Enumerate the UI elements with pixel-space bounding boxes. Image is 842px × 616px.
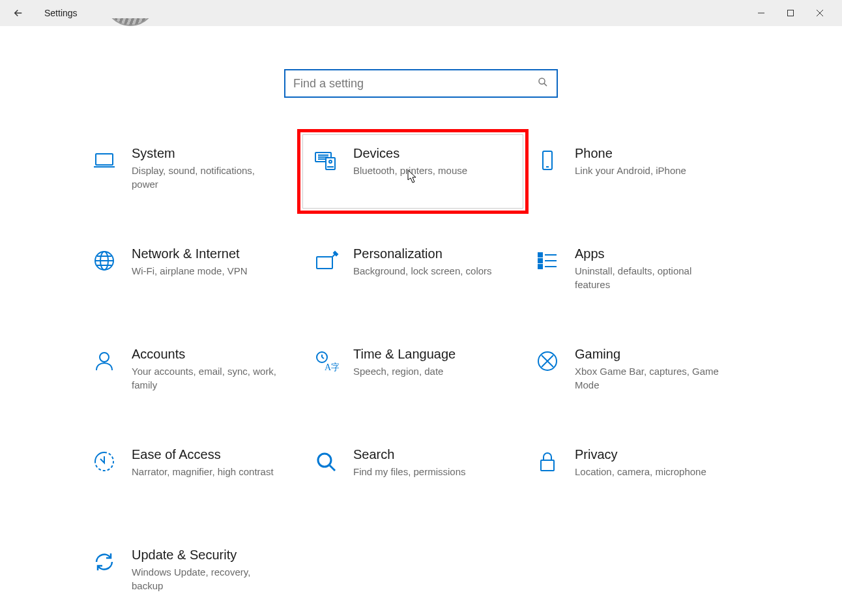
ease-of-access-icon xyxy=(89,446,120,477)
tile-desc: Speech, region, date xyxy=(353,364,456,378)
titlebar: Settings xyxy=(0,0,842,26)
search-box[interactable] xyxy=(284,69,558,98)
tile-desc: Xbox Game Bar, captures, Game Mode xyxy=(575,364,725,392)
close-button[interactable] xyxy=(805,3,834,23)
tile-desc: Bluetooth, printers, mouse xyxy=(353,164,467,177)
svg-text:A字: A字 xyxy=(325,362,339,372)
tile-desc: Background, lock screen, colors xyxy=(353,264,492,278)
tile-privacy[interactable]: Privacy Location, camera, microphone xyxy=(532,438,753,503)
tile-desc: Location, camera, microphone xyxy=(575,465,706,478)
person-icon xyxy=(89,345,120,377)
sync-icon xyxy=(89,546,120,578)
tile-ease-of-access[interactable]: Ease of Access Narrator, magnifier, high… xyxy=(89,438,310,503)
svg-line-5 xyxy=(544,83,547,86)
minimize-button[interactable] xyxy=(746,3,776,23)
tile-gaming[interactable]: Gaming Xbox Game Bar, captures, Game Mod… xyxy=(532,338,753,403)
svg-point-30 xyxy=(100,353,109,362)
tile-devices[interactable]: Devices Bluetooth, printers, mouse xyxy=(310,137,532,202)
svg-rect-28 xyxy=(538,265,542,269)
svg-rect-22 xyxy=(317,257,332,269)
globe-icon xyxy=(89,245,120,276)
paint-icon xyxy=(310,245,341,276)
tile-desc: Link your Android, iPhone xyxy=(575,164,686,177)
svg-rect-24 xyxy=(538,253,542,257)
tile-title: System xyxy=(132,146,282,161)
svg-rect-38 xyxy=(541,460,554,471)
svg-rect-6 xyxy=(96,154,113,165)
tile-title: Gaming xyxy=(575,347,725,362)
svg-rect-26 xyxy=(538,259,542,263)
devices-icon xyxy=(310,145,341,176)
tile-desc: Find my files, permissions xyxy=(353,465,466,478)
tile-title: Time & Language xyxy=(353,347,456,362)
tile-title: Devices xyxy=(353,146,467,161)
tile-desc: Your accounts, email, sync, work, family xyxy=(132,364,282,392)
svg-line-37 xyxy=(330,465,335,471)
tile-title: Network & Internet xyxy=(132,246,248,261)
svg-line-33 xyxy=(322,357,324,359)
tile-title: Accounts xyxy=(132,347,282,362)
tile-apps[interactable]: Apps Uninstall, defaults, optional featu… xyxy=(532,237,753,302)
tile-desc: Display, sound, notifications, power xyxy=(132,164,282,191)
search-icon xyxy=(537,76,549,91)
tile-time-language[interactable]: A字 Time & Language Speech, region, date xyxy=(310,338,532,403)
back-button[interactable] xyxy=(8,3,29,23)
phone-icon xyxy=(532,145,563,176)
search-input[interactable] xyxy=(293,77,537,91)
tile-title: Privacy xyxy=(575,447,706,462)
tile-desc: Narrator, magnifier, high contrast xyxy=(132,465,274,478)
maximize-button[interactable] xyxy=(776,3,805,23)
settings-grid: System Display, sound, notifications, po… xyxy=(89,137,753,604)
tile-system[interactable]: System Display, sound, notifications, po… xyxy=(89,137,310,202)
laptop-icon xyxy=(89,145,120,176)
tile-search[interactable]: Search Find my files, permissions xyxy=(310,438,532,503)
tile-title: Apps xyxy=(575,246,725,261)
magnifier-icon xyxy=(310,446,341,477)
tile-title: Search xyxy=(353,447,466,462)
window-controls xyxy=(746,3,834,23)
svg-rect-1 xyxy=(787,10,793,16)
svg-point-4 xyxy=(539,78,545,84)
svg-point-36 xyxy=(318,454,331,467)
tile-title: Phone xyxy=(575,146,686,161)
tile-update-security[interactable]: Update & Security Windows Update, recove… xyxy=(89,538,310,604)
app-title: Settings xyxy=(44,8,78,18)
tile-desc: Windows Update, recovery, backup xyxy=(132,565,282,593)
tile-desc: Uninstall, defaults, optional features xyxy=(575,264,725,291)
lock-icon xyxy=(532,446,563,477)
time-language-icon: A字 xyxy=(310,345,341,377)
xbox-icon xyxy=(532,345,563,377)
tile-network[interactable]: Network & Internet Wi-Fi, airplane mode,… xyxy=(89,237,310,302)
apps-list-icon xyxy=(532,245,563,276)
tile-title: Personalization xyxy=(353,246,492,261)
tile-phone[interactable]: Phone Link your Android, iPhone xyxy=(532,137,753,202)
tile-desc: Wi-Fi, airplane mode, VPN xyxy=(132,264,248,278)
tile-personalization[interactable]: Personalization Background, lock screen,… xyxy=(310,237,532,302)
tile-title: Update & Security xyxy=(132,548,282,563)
tile-title: Ease of Access xyxy=(132,447,274,462)
tile-accounts[interactable]: Accounts Your accounts, email, sync, wor… xyxy=(89,338,310,403)
avatar-partial xyxy=(104,18,156,26)
